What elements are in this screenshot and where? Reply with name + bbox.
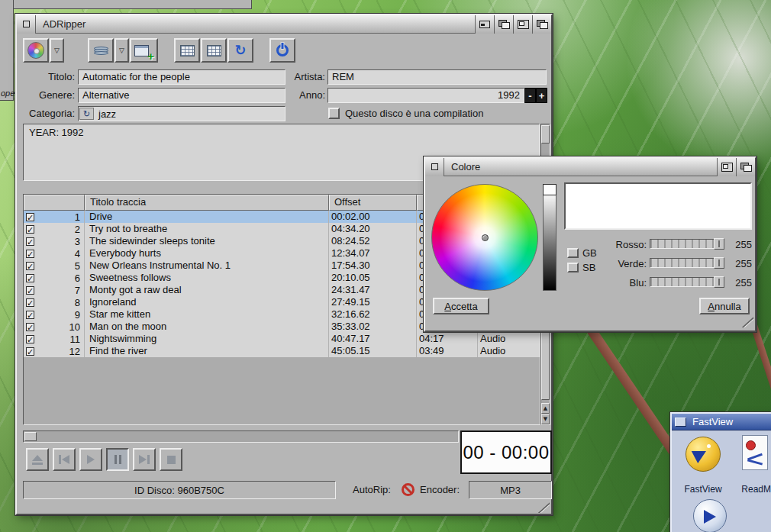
play-button[interactable] [79,448,102,471]
track-duration: 03:49 [417,345,478,357]
track-checkbox[interactable] [26,323,34,331]
zoom-gadget[interactable] [513,15,532,34]
close-gadget[interactable] [17,15,36,34]
brightness-thumb[interactable] [543,184,556,195]
anno-input[interactable]: 1992 [327,88,524,103]
previous-track-button[interactable] [53,448,76,471]
track-checkbox[interactable] [26,274,34,282]
pause-button[interactable] [106,448,129,471]
grid-view-button[interactable] [174,38,200,63]
track-checkbox[interactable] [26,237,34,246]
track-row[interactable]: 12 Find the river 45:05.15 03:49 Audio [24,345,540,357]
track-title: Nightswimming [85,333,329,345]
detail-view-button[interactable] [201,38,227,63]
cd-icon [27,42,44,59]
refresh-button[interactable]: ↻ [227,38,253,63]
window-title: Colore [444,161,480,172]
new-window-button[interactable] [130,38,158,63]
accetta-label: Accetta [444,301,477,312]
resize-handle[interactable] [538,502,550,513]
encoder-value-box[interactable]: MP3 [469,481,552,499]
track-title: Everybody hurts [85,247,329,260]
cd-dropdown-button[interactable]: ▽ [50,38,64,63]
track-offset: 40:47.17 [329,333,417,345]
snapshot-gadget[interactable] [494,15,513,34]
track-checkbox[interactable] [26,213,34,221]
rosso-slider-thumb[interactable] [714,238,724,250]
fastview-titlebar[interactable]: FastView [672,414,771,430]
color-wheel-marker[interactable] [482,234,489,241]
track-type: Audio [478,333,540,345]
track-checkbox[interactable] [26,250,34,258]
snapshot-icon [498,20,509,28]
header-offset[interactable]: Offset [329,195,417,211]
scrollbar-thumb[interactable] [24,432,37,441]
background-window-edge-top[interactable] [0,0,252,9]
accetta-button[interactable]: Accetta [433,298,489,314]
categoria-cycle[interactable]: ↻ jazz [78,106,285,121]
annulla-label: Annulla [708,301,740,312]
scroll-up-button[interactable]: ▲ [541,403,550,414]
track-checkbox[interactable] [26,286,34,295]
stop-button[interactable] [160,448,182,471]
previous-icon [59,455,69,464]
close-gadget[interactable] [425,158,444,176]
cd-info-button[interactable] [23,38,49,63]
anno-increment-button[interactable]: + [536,88,547,103]
sb-checkbox[interactable] [567,263,579,272]
track-checkbox[interactable] [26,347,34,356]
resize-handle[interactable] [742,317,753,327]
categoria-label: Categoria: [17,106,75,121]
scrollbar-thumb[interactable] [541,125,550,143]
artista-input[interactable]: REM [327,69,547,85]
depth-icon [740,163,751,171]
track-checkbox[interactable] [26,225,34,234]
compilation-checkbox[interactable] [328,108,340,119]
next-track-button[interactable] [133,448,156,471]
eject-button[interactable] [269,38,295,63]
blu-slider-thumb[interactable] [714,276,724,288]
depth-gadget[interactable] [532,15,551,34]
adripper-titlebar[interactable]: ADRipper [17,15,551,34]
blue-line-icon [747,459,763,465]
genere-input[interactable]: Alternative [78,88,285,103]
color-preview [564,182,752,230]
zoom-gadget[interactable] [717,158,736,176]
anno-decrement-button[interactable]: - [524,88,536,103]
fastview-icon-label: FastView [678,484,728,495]
track-row[interactable]: 11 Nightswimming 40:47.17 04:17 Audio [24,333,540,345]
horizontal-scrollbar[interactable] [23,430,459,443]
fastview-app-icon[interactable] [686,437,721,472]
track-checkbox[interactable] [26,335,34,343]
titolo-input[interactable]: Automatic for the people [78,69,285,85]
track-number: 4 [75,248,84,260]
brightness-slider[interactable] [543,184,556,291]
window-title: FastView [686,416,733,427]
scroll-down-button[interactable]: ▼ [541,414,550,424]
track-checkbox[interactable] [26,298,34,307]
close-icon [431,163,438,170]
track-checkbox[interactable] [26,262,34,270]
tracklist-dropdown-button[interactable]: ▽ [115,38,129,63]
annulla-button[interactable]: Annulla [699,298,750,314]
header-titolo-traccia[interactable]: Titolo traccia [85,195,329,211]
depth-gadget[interactable] [736,158,755,176]
colore-titlebar[interactable]: Colore [425,158,755,176]
verde-slider-thumb[interactable] [714,257,724,269]
iconify-gadget[interactable] [475,15,494,34]
track-title: New Orleans Instrumental No. 1 [85,260,329,272]
header-check-column[interactable] [24,195,85,211]
background-window-edge-left[interactable]: ope [0,0,14,101]
tracklist-button[interactable] [88,38,114,63]
eject-disc-button[interactable] [26,448,49,471]
track-number: 6 [75,272,84,284]
autorip-label: AutoRip: [353,481,391,499]
shine-dot [707,444,711,448]
gb-checkbox[interactable] [567,248,579,258]
track-checkbox[interactable] [26,311,34,319]
close-gadget[interactable] [675,418,686,427]
toolbar: ▽ ▽ ↻ [17,34,551,66]
readme-doc-icon[interactable] [742,435,768,470]
track-offset: 35:33.02 [329,321,417,333]
app-circle-icon[interactable] [693,499,727,532]
